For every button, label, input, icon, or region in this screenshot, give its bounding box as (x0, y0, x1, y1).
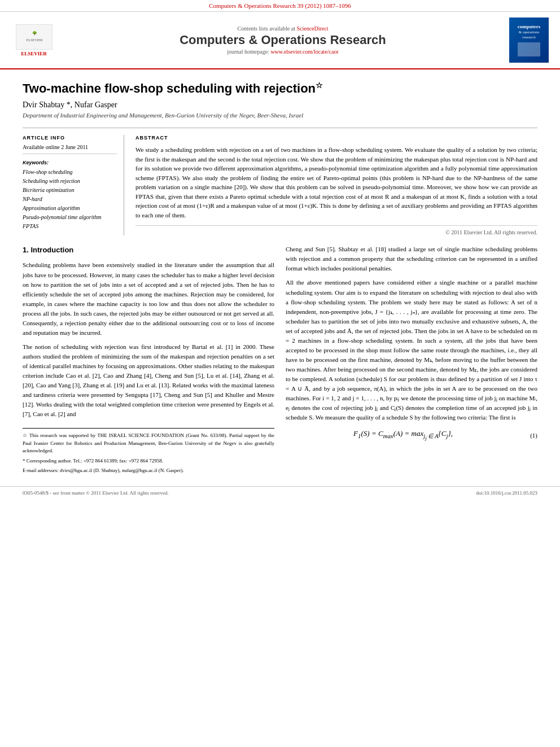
formula-1-text: F1(S) = Cmax(A) = maxjj ∈ A{Cj}, (286, 428, 520, 443)
affiliation: Department of Industrial Engineering and… (23, 112, 537, 119)
footnote-1: ☆ This research was supported by THE ISR… (23, 432, 274, 455)
elsevier-logo: 🌳 ELSEVIER ELSEVIER (11, 23, 56, 57)
available-date: Available online 2 June 2011 (23, 144, 117, 154)
sciencedirect-link[interactable]: ScienceDirect (296, 25, 328, 32)
elsevier-label: ELSEVIER (21, 51, 47, 56)
journal-title: Computers & Operations Research (56, 33, 509, 47)
elsevier-branding: 🌳 ELSEVIER ELSEVIER (11, 23, 56, 57)
keyword-5: Approximation algorithm (23, 204, 117, 213)
keyword-3: Bicriteria optimization (23, 186, 117, 195)
formula-1-number: (1) (520, 431, 537, 440)
article-title-text: Two-machine flow-shop scheduling with re… (23, 81, 316, 95)
journal-header: 🌳 ELSEVIER ELSEVIER Contents lists avail… (0, 12, 560, 69)
body-right-para-1: Cheng and Sun [5]. Shabtay et al. [18] s… (286, 244, 537, 273)
bottom-bar: 0305-0548/$ - see front matter © 2011 El… (0, 486, 560, 499)
keyword-4: NP-hard (23, 195, 117, 204)
doi-text: doi:10.1016/j.cor.2011.05.023 (476, 490, 537, 496)
body-right-para-2: All the above mentioned papers have cons… (286, 278, 537, 422)
journal-center-info: Contents lists available at ScienceDirec… (56, 25, 509, 55)
footnote-3: E-mail addresses: dvirs@bgu.ac.il (D. Sh… (23, 467, 274, 475)
main-content: Two-machine flow-shop scheduling with re… (0, 69, 560, 486)
formula-1: F1(S) = Cmax(A) = maxjj ∈ A{Cj}, (1) (286, 428, 537, 443)
body-right-column: Cheng and Sun [5]. Shabtay et al. [18] s… (286, 244, 537, 474)
body-columns: 1. Introduction Scheduling problems have… (23, 244, 537, 474)
keyword-1: Flow-shop scheduling (23, 168, 117, 177)
footnotes: ☆ This research was supported by THE ISR… (23, 428, 274, 475)
article-info-panel: ARTICLE INFO Available online 2 June 201… (23, 135, 124, 235)
keywords-list: Flow-shop scheduling Scheduling with rej… (23, 168, 117, 231)
journal-cover-image: computers & operations research (509, 18, 549, 63)
abstract-panel: ABSTRACT We study a scheduling problem w… (135, 135, 537, 235)
keyword-7: FPTAS (23, 222, 117, 231)
contents-label: Contents lists available at (237, 25, 295, 32)
article-info-title: ARTICLE INFO (23, 135, 117, 141)
keyword-6: Pseudo-polynomial time algorithm (23, 213, 117, 222)
svg-text:ELSEVIER: ELSEVIER (26, 38, 42, 42)
body-left-para-2: The notion of scheduling with rejection … (23, 342, 274, 419)
issn-text: 0305-0548/$ - see front matter © 2011 El… (23, 490, 169, 496)
homepage-link[interactable]: www.elsevier.com/locate/caor (270, 49, 338, 55)
journal-homepage: journal homepage: www.elsevier.com/locat… (56, 49, 509, 55)
svg-text:🌳: 🌳 (32, 30, 37, 36)
body-left-column: 1. Introduction Scheduling problems have… (23, 244, 274, 474)
keywords-label: Keywords: (23, 160, 117, 165)
footnote-2: * Corresponding author. Tel.: +972 864 6… (23, 457, 274, 465)
journal-citation-text: Computers & Operations Research 39 (2012… (209, 2, 351, 9)
authors-text: Dvir Shabtay *, Nufar Gasper (23, 101, 117, 109)
sciencedirect-line: Contents lists available at ScienceDirec… (56, 25, 509, 32)
authors-line: Dvir Shabtay *, Nufar Gasper (23, 101, 537, 110)
body-left-para-1: Scheduling problems have been extensivel… (23, 260, 274, 337)
title-star: ☆ (316, 81, 323, 90)
copyright-line: © 2011 Elsevier Ltd. All rights reserved… (135, 225, 537, 235)
abstract-title: ABSTRACT (135, 135, 537, 141)
journal-citation-bar: Computers & Operations Research 39 (2012… (0, 0, 560, 12)
keyword-2: Scheduling with rejection (23, 177, 117, 186)
svg-rect-0 (16, 24, 53, 50)
elsevier-logo-svg: 🌳 ELSEVIER (16, 24, 53, 50)
homepage-label: journal homepage: (227, 49, 269, 55)
article-title: Two-machine flow-shop scheduling with re… (23, 81, 537, 96)
section1-heading: 1. Introduction (23, 244, 274, 256)
article-info-abstract-container: ARTICLE INFO Available online 2 June 201… (23, 128, 537, 235)
abstract-text: We study a scheduling problem with rejec… (135, 145, 537, 220)
